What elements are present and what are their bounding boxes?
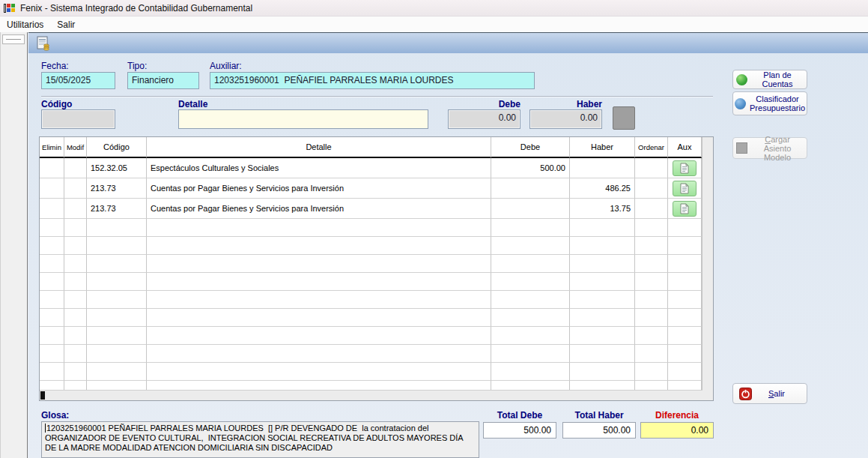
cell-haber [570,158,635,178]
empty-cell [491,219,570,237]
empty-cell [491,345,570,363]
empty-cell [40,273,64,291]
empty-cell [668,345,702,363]
aux-detail-button[interactable] [673,160,696,176]
cell-aux [668,199,702,219]
salir-button[interactable]: Salir [732,383,807,404]
diferencia-field: 0.00 [640,422,714,439]
grid-data-row[interactable]: 152.32.05Espectáculos Culturales y Socia… [40,158,702,178]
empty-cell [635,345,668,363]
clasificador-label: Clasificador Presupuestario [750,94,805,112]
grid-header-elimin: Elimin [40,137,64,158]
cell-aux [668,158,702,178]
document-icon [680,203,689,214]
detalle-input[interactable] [178,109,428,129]
empty-cell [635,309,668,327]
empty-cell [40,309,64,327]
empty-cell [570,291,635,309]
clasificador-presupuestario-button[interactable]: Clasificador Presupuestario [732,91,807,115]
dock-grip[interactable] [2,34,25,44]
grid-empty-row [40,363,702,381]
cell-modif[interactable] [64,158,87,178]
auxiliar-input[interactable]: 1203251960001 PEÑAFIEL PARRALES MARIA LO… [210,72,535,89]
empty-cell [64,363,87,381]
fecha-input[interactable]: 15/05/2025 [41,72,115,89]
grid-empty-row [40,219,702,237]
cell-detalle: Cuentas por Pagar Bienes y Servicios par… [147,199,491,219]
cell-elimin[interactable] [40,178,64,199]
empty-cell [570,327,635,345]
empty-cell [491,255,570,273]
empty-cell [87,219,147,237]
glosa-textarea[interactable]: 1203251960001 PEÑAFIEL PARRALES MARIA LO… [41,421,479,458]
empty-cell [668,291,702,309]
empty-cell [87,291,147,309]
cell-detalle: Espectáculos Culturales y Sociales [147,158,491,178]
empty-cell [40,219,64,237]
aux-detail-button[interactable] [673,181,696,196]
grid-header-row: EliminModifCódigoDetalleDebeHaberOrdenar… [40,137,702,158]
plan-de-cuentas-button[interactable]: Plan de Cuentas [732,70,807,89]
cell-modif[interactable] [64,178,87,199]
empty-cell [147,363,491,381]
empty-cell [40,327,64,345]
add-line-button[interactable] [613,106,635,130]
cell-ordenar[interactable] [635,158,668,178]
empty-cell [64,291,87,309]
grid-header-debe: Debe [491,137,570,158]
cell-elimin[interactable] [40,158,64,178]
empty-cell [570,309,635,327]
codigo-input[interactable] [41,109,115,129]
grid-data-row[interactable]: 213.73Cuentas por Pagar Bienes y Servici… [40,199,702,219]
grid-hscroll-thumb[interactable] [40,391,45,400]
cargar-asiento-modelo-button: Cargar Asiento Modelo [732,137,807,159]
empty-cell [570,219,635,237]
empty-cell [40,363,64,381]
cargar-label-accel: C [765,135,771,144]
total-debe-field: 500.00 [483,422,556,439]
menu-salir[interactable]: Salir [50,17,82,32]
haber-input[interactable]: 0.00 [529,109,602,129]
tipo-label: Tipo: [127,61,147,71]
cell-elimin[interactable] [40,199,64,219]
empty-cell [668,327,702,345]
cell-ordenar[interactable] [635,199,668,219]
empty-cell [570,255,635,273]
cell-codigo: 152.32.05 [87,158,147,178]
empty-cell [570,237,635,255]
glosa-text: 1203251960001 PEÑAFIEL PARRALES MARIA LO… [45,424,465,452]
empty-cell [635,237,668,255]
tipo-input[interactable]: Financiero [127,72,199,89]
menu-utilitarios[interactable]: Utilitarios [0,17,50,32]
grid-empty-row [40,327,702,345]
empty-cell [491,291,570,309]
journal-entry-icon[interactable] [35,35,52,52]
empty-cell [87,237,147,255]
empty-cell [668,273,702,291]
grid-horizontal-scrollbar[interactable] [40,390,702,400]
grid-header-haber: Haber [570,137,635,158]
fecha-label: Fecha: [41,61,69,71]
empty-cell [147,237,491,255]
grid-data-row[interactable]: 213.73Cuentas por Pagar Bienes y Servici… [40,178,702,199]
grid-empty-row [40,273,702,291]
cell-debe: 500.00 [491,158,570,178]
gray-square-icon [736,142,747,154]
empty-cell [64,309,87,327]
cell-detalle: Cuentas por Pagar Bienes y Servicios par… [147,178,491,199]
grid-header-aux: Aux [668,137,702,158]
cell-ordenar[interactable] [635,178,668,199]
empty-cell [491,363,570,381]
debe-input[interactable]: 0.00 [448,109,521,129]
document-icon [680,183,689,194]
grid-empty-row [40,255,702,273]
cell-modif[interactable] [64,199,87,219]
aux-detail-button[interactable] [673,201,696,217]
grid-empty-row [40,345,702,363]
text-caret [45,424,46,433]
app-icon [4,2,16,14]
grid-vertical-scrollbar[interactable] [702,137,713,400]
empty-cell [40,345,64,363]
empty-cell [147,255,491,273]
empty-cell [87,327,147,345]
